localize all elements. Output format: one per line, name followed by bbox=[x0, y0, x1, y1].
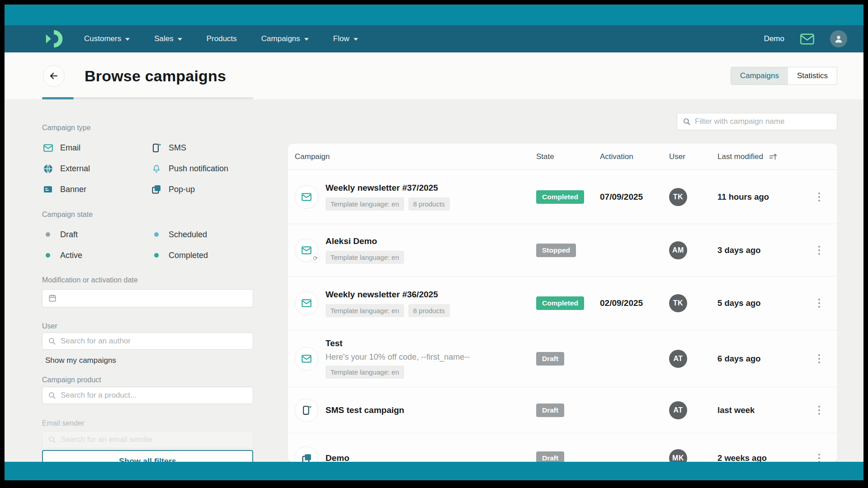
popup-icon bbox=[151, 183, 162, 195]
date-filter-input[interactable] bbox=[42, 289, 253, 307]
row-menu-kebab-icon[interactable] bbox=[808, 451, 830, 462]
date-input-field[interactable] bbox=[61, 294, 247, 303]
tab-campaigns[interactable]: Campaigns bbox=[731, 67, 788, 84]
nav-item-flow[interactable]: Flow bbox=[333, 34, 358, 43]
row-menu-kebab-icon[interactable] bbox=[808, 190, 830, 204]
user-initials-avatar[interactable]: MK bbox=[669, 449, 687, 462]
author-search-input[interactable] bbox=[42, 333, 253, 350]
tab-statistics[interactable]: Statistics bbox=[788, 67, 837, 84]
sort-ascending-icon[interactable] bbox=[769, 152, 778, 161]
user-initials-avatar[interactable]: AT bbox=[669, 350, 687, 368]
product-input-field[interactable] bbox=[61, 391, 247, 400]
user-initials-avatar[interactable]: AT bbox=[669, 401, 687, 419]
nav-menu: Customers Sales Products Campaigns Flow bbox=[84, 34, 358, 43]
table-row[interactable]: Test Here's your 10% off code, --first_n… bbox=[288, 330, 837, 387]
email-sender-input-field[interactable] bbox=[61, 435, 247, 444]
nav-label: Campaigns bbox=[261, 34, 300, 43]
filter-type-email[interactable]: Email bbox=[42, 137, 151, 158]
row-menu-kebab-icon[interactable] bbox=[808, 296, 830, 310]
email-recurring-icon: ⟳ bbox=[295, 239, 318, 262]
last-modified: 6 days ago bbox=[717, 354, 808, 364]
user-initials-avatar[interactable]: AM bbox=[669, 241, 687, 259]
table-row[interactable]: Demo Draft MK 2 weeks ago bbox=[288, 433, 837, 462]
column-state[interactable]: State bbox=[536, 152, 600, 161]
search-icon bbox=[683, 117, 691, 126]
activation-date: 07/09/2025 bbox=[600, 192, 669, 202]
author-input-field[interactable] bbox=[61, 337, 247, 346]
nav-right: Demo bbox=[764, 30, 847, 47]
filter-label: Push notification bbox=[169, 164, 228, 174]
filter-state-active[interactable]: Active bbox=[42, 245, 151, 266]
email-icon bbox=[295, 347, 318, 371]
back-button[interactable] bbox=[43, 65, 65, 87]
active-dot-icon bbox=[42, 249, 54, 261]
product-search-input[interactable] bbox=[42, 387, 253, 404]
table-header-row: Campaign State Activation User Last modi… bbox=[288, 144, 837, 170]
filter-type-popup[interactable]: Pop-up bbox=[151, 179, 253, 200]
email-sender-search-input[interactable] bbox=[42, 431, 253, 448]
table-row[interactable]: Weekly newsletter #36/2025 Template lang… bbox=[288, 277, 837, 330]
campaign-title[interactable]: Aleksi Demo bbox=[326, 236, 404, 246]
campaign-title[interactable]: Weekly newsletter #37/2025 bbox=[326, 183, 450, 193]
status-badge: Draft bbox=[536, 352, 564, 366]
status-badge: Completed bbox=[536, 190, 584, 204]
products-tag: 8 products bbox=[408, 197, 450, 211]
nav-item-campaigns[interactable]: Campaigns bbox=[261, 34, 309, 43]
filter-state-completed[interactable]: Completed bbox=[151, 245, 253, 266]
row-menu-kebab-icon[interactable] bbox=[808, 243, 830, 258]
column-campaign[interactable]: Campaign bbox=[295, 152, 536, 161]
campaign-title[interactable]: Test bbox=[326, 338, 470, 348]
filter-type-sms[interactable]: SMS bbox=[151, 137, 253, 158]
campaign-name-input-field[interactable] bbox=[695, 117, 831, 126]
nav-item-sales[interactable]: Sales bbox=[154, 34, 182, 43]
product-filter-label: Campaign product bbox=[42, 376, 101, 384]
banner-icon bbox=[42, 183, 54, 195]
custobar-logo-icon[interactable] bbox=[44, 29, 65, 48]
user-avatar-icon[interactable] bbox=[830, 30, 847, 47]
filter-label: Scheduled bbox=[169, 230, 207, 239]
campaign-title[interactable]: Demo bbox=[326, 453, 349, 462]
column-user[interactable]: User bbox=[669, 152, 717, 161]
table-row[interactable]: ⟳ Aleksi Demo Template language: en Stop… bbox=[288, 224, 837, 277]
filter-label: Completed bbox=[169, 251, 208, 260]
filter-label: Email bbox=[60, 143, 80, 153]
template-language-tag: Template language: en bbox=[326, 197, 404, 211]
column-last-modified[interactable]: Last modified bbox=[717, 152, 808, 161]
filter-state-scheduled[interactable]: Scheduled bbox=[151, 224, 253, 245]
chevron-down-icon bbox=[125, 38, 130, 41]
table-row[interactable]: Weekly newsletter #37/2025 Template lang… bbox=[288, 170, 837, 224]
browser-top-strip bbox=[5, 5, 863, 25]
row-menu-kebab-icon[interactable] bbox=[808, 403, 830, 418]
nav-item-customers[interactable]: Customers bbox=[84, 34, 130, 43]
status-badge: Stopped bbox=[536, 244, 576, 257]
filter-state-draft[interactable]: Draft bbox=[42, 224, 151, 245]
row-menu-kebab-icon[interactable] bbox=[808, 352, 830, 366]
app-window: Customers Sales Products Campaigns Flow … bbox=[5, 5, 863, 480]
scheduled-dot-icon bbox=[151, 229, 162, 240]
table-row[interactable]: SMS test campaign Draft AT last week bbox=[288, 387, 837, 433]
column-activation[interactable]: Activation bbox=[600, 152, 669, 161]
user-initials-avatar[interactable]: TK bbox=[669, 294, 687, 312]
filter-type-external[interactable]: External bbox=[42, 158, 151, 179]
draft-dot-icon bbox=[42, 229, 54, 240]
mail-icon[interactable] bbox=[800, 33, 815, 45]
template-language-tag: Template language: en bbox=[326, 366, 404, 379]
campaign-state-options: Draft Scheduled Active Completed bbox=[42, 224, 253, 266]
filter-type-banner[interactable]: Banner bbox=[42, 179, 151, 200]
email-icon bbox=[295, 185, 318, 209]
nav-item-products[interactable]: Products bbox=[207, 34, 237, 43]
workspace-name[interactable]: Demo bbox=[764, 34, 784, 43]
sms-icon bbox=[295, 399, 318, 422]
status-badge: Completed bbox=[536, 296, 584, 310]
filter-label: Pop-up bbox=[169, 185, 195, 194]
filter-type-push[interactable]: Push notification bbox=[151, 158, 253, 179]
last-modified: 5 days ago bbox=[717, 298, 808, 308]
show-my-campaigns-link[interactable]: Show my campaigns bbox=[45, 356, 116, 365]
campaign-name-filter[interactable] bbox=[677, 113, 837, 130]
campaign-title[interactable]: Weekly newsletter #36/2025 bbox=[326, 290, 450, 300]
view-tabs: Campaigns Statistics bbox=[731, 67, 837, 85]
campaign-title[interactable]: SMS test campaign bbox=[326, 405, 404, 415]
status-badge: Draft bbox=[536, 451, 564, 462]
page-title: Browse campaigns bbox=[85, 67, 226, 85]
user-initials-avatar[interactable]: TK bbox=[669, 188, 687, 206]
